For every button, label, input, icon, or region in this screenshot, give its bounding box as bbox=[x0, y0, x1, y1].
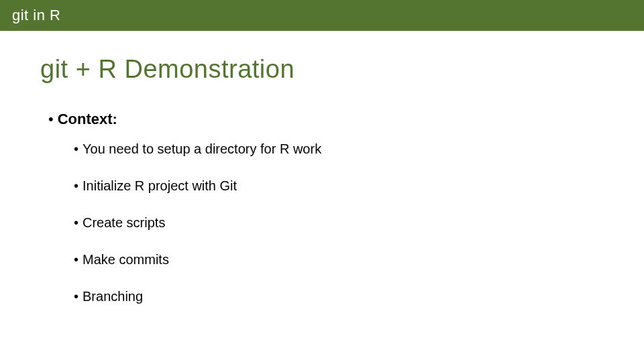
content-area: • Context: • You need to setup a directo… bbox=[48, 111, 644, 304]
bullet-text: Branching bbox=[83, 289, 143, 304]
list-item: • Initialize R project with Git bbox=[74, 178, 644, 194]
bullet-dot: • bbox=[74, 252, 78, 267]
bullet-dot: • bbox=[74, 141, 78, 157]
list-item: • Branching bbox=[74, 289, 644, 304]
context-bullet: • bbox=[48, 111, 54, 128]
bullet-text: Make commits bbox=[83, 252, 169, 267]
bullet-dot: • bbox=[74, 289, 78, 304]
context-label: Context: bbox=[58, 111, 117, 128]
bullet-text: Create scripts bbox=[83, 215, 165, 231]
list-item: • You need to setup a directory for R wo… bbox=[74, 141, 644, 157]
bullet-dot: • bbox=[74, 178, 78, 194]
bullet-dot: • bbox=[74, 215, 78, 231]
list-item: • Make commits bbox=[74, 252, 644, 267]
bullet-list: • You need to setup a directory for R wo… bbox=[74, 141, 644, 304]
slide-title: git + R Demonstration bbox=[40, 55, 644, 84]
list-item: • Create scripts bbox=[74, 215, 644, 231]
context-heading: • Context: bbox=[48, 111, 644, 128]
header-title: git in R bbox=[12, 7, 60, 24]
bullet-text: You need to setup a directory for R work bbox=[83, 141, 321, 157]
bullet-text: Initialize R project with Git bbox=[83, 178, 237, 194]
header-bar: git in R bbox=[0, 0, 644, 31]
